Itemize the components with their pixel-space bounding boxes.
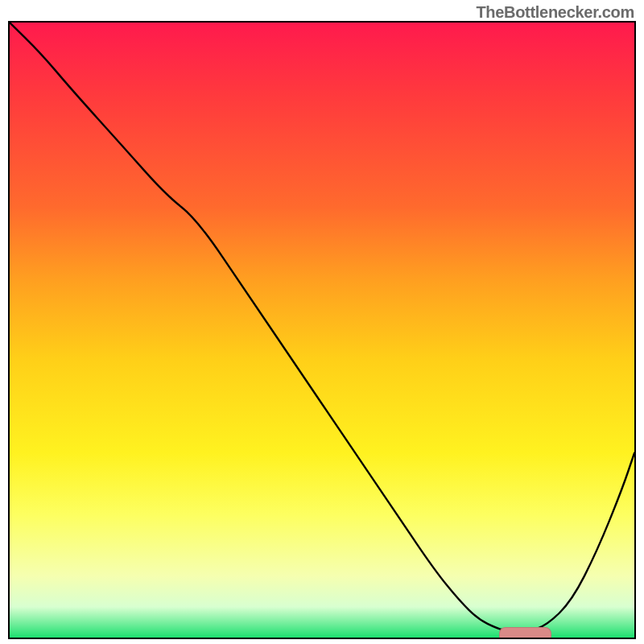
chart-container: TheBottlenecker.com xyxy=(0,0,644,644)
optimum-marker xyxy=(499,627,551,639)
bottleneck-curve xyxy=(10,23,634,638)
plot-frame xyxy=(8,21,636,639)
source-label: TheBottlenecker.com xyxy=(476,3,634,22)
